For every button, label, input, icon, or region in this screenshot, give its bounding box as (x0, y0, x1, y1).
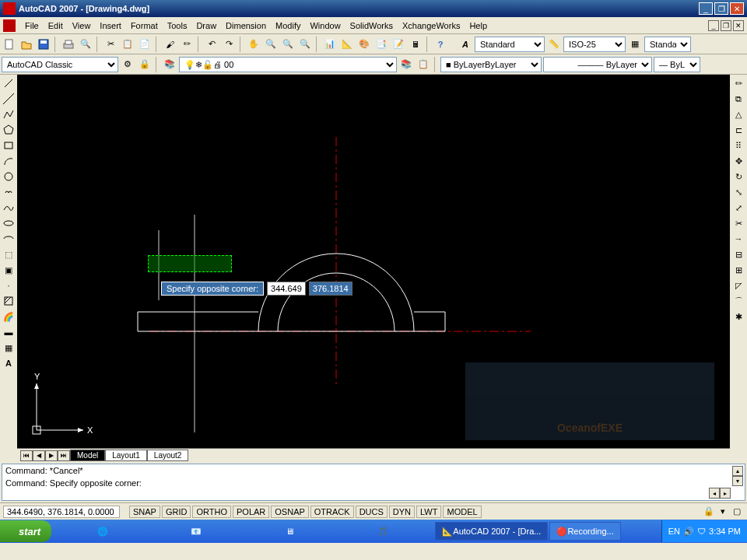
trim-tool[interactable]: ✂ (731, 216, 745, 230)
doc-close-button[interactable]: ✕ (733, 20, 744, 31)
text-style-select[interactable]: Standard (475, 37, 545, 52)
otrack-toggle[interactable]: OTRACK (310, 506, 354, 518)
menu-window[interactable]: Window (305, 19, 345, 32)
quicklaunch-icon-1[interactable]: 🌐 (96, 524, 110, 538)
language-indicator[interactable]: EN (668, 527, 680, 536)
menu-view[interactable]: View (68, 19, 96, 32)
save-button[interactable] (36, 37, 51, 52)
lwt-toggle[interactable]: LWT (416, 506, 441, 518)
undo-button[interactable]: ↶ (204, 37, 219, 52)
quicklaunch-icon-4[interactable]: 🎵 (376, 524, 390, 538)
clean-screen-button[interactable]: ▢ (730, 505, 744, 519)
circle-tool[interactable] (2, 170, 16, 184)
polar-toggle[interactable]: POLAR (233, 506, 269, 518)
fillet-tool[interactable]: ⌒ (731, 294, 745, 308)
doc-minimize-button[interactable]: _ (708, 20, 719, 31)
erase-tool[interactable]: ✏ (731, 76, 745, 90)
cmd-scroll-down[interactable]: ▾ (732, 476, 743, 486)
menu-format[interactable]: Format (126, 19, 163, 32)
move-tool[interactable]: ✥ (731, 154, 745, 168)
help-button[interactable]: ? (433, 37, 448, 52)
polyline-tool[interactable] (2, 107, 16, 121)
quicklaunch-icon-2[interactable]: 📧 (189, 524, 203, 538)
dyn-toggle[interactable]: DYN (389, 506, 415, 518)
design-center-button[interactable]: 📐 (339, 37, 355, 52)
dim-style-select[interactable]: ISO-25 (563, 37, 626, 52)
zoom-realtime-button[interactable]: 🔍 (263, 37, 279, 52)
workspace-settings-button[interactable]: ⚙ (120, 57, 135, 72)
taskbar-item-autocad[interactable]: 📐 AutoCAD 2007 - [Dra... (435, 522, 548, 541)
tab-model[interactable]: Model (70, 450, 105, 461)
cmd-scroll-left[interactable]: ◂ (709, 488, 720, 499)
menu-help[interactable]: Help (465, 19, 492, 32)
ellipse-tool[interactable] (2, 216, 16, 230)
menu-draw[interactable]: Draw (191, 19, 221, 32)
ducs-toggle[interactable]: DUCS (356, 506, 388, 518)
tab-last-button[interactable]: ⏭ (58, 450, 70, 461)
open-button[interactable] (19, 37, 34, 52)
dim-style-icon[interactable]: 📏 (546, 37, 562, 52)
chamfer-tool[interactable]: ◸ (731, 278, 745, 292)
new-button[interactable] (2, 37, 17, 52)
arc-tool[interactable] (2, 154, 16, 168)
cut-button[interactable]: ✂ (103, 37, 118, 52)
menu-edit[interactable]: Edit (44, 19, 68, 32)
redo-button[interactable]: ↷ (221, 37, 237, 52)
revision-cloud-tool[interactable] (2, 185, 16, 199)
tab-prev-button[interactable]: ◀ (33, 450, 45, 461)
clock[interactable]: 3:34 PM (709, 527, 741, 536)
restore-button[interactable]: ❐ (714, 2, 728, 15)
gradient-tool[interactable]: 🌈 (2, 310, 16, 324)
construction-line-tool[interactable] (2, 92, 16, 106)
table-tool[interactable]: ▦ (2, 341, 16, 355)
insert-block-tool[interactable]: ⬚ (2, 247, 16, 261)
zoom-window-button[interactable]: 🔍 (280, 37, 296, 52)
tray-settings-icon[interactable]: ▾ (716, 505, 730, 519)
region-tool[interactable]: ▬ (2, 325, 16, 339)
block-editor-button[interactable]: ✏ (179, 37, 195, 52)
menu-insert[interactable]: Insert (95, 19, 126, 32)
ortho-toggle[interactable]: ORTHO (192, 506, 231, 518)
workspace-select[interactable]: AutoCAD Classic (2, 57, 118, 72)
start-button[interactable]: start (0, 520, 51, 542)
tray-lock-icon[interactable]: 🔒 (702, 505, 716, 519)
explode-tool[interactable]: ✱ (731, 310, 745, 324)
hatch-tool[interactable] (2, 294, 16, 308)
osnap-toggle[interactable]: OSNAP (271, 506, 309, 518)
color-select[interactable]: ■ ByLayerByLayer (440, 57, 542, 72)
doc-restore-button[interactable]: ❐ (721, 20, 731, 31)
table-style-icon[interactable]: ▦ (627, 37, 643, 52)
tab-layout2[interactable]: Layout2 (147, 450, 189, 461)
layer-previous-button[interactable]: 📚 (398, 57, 414, 72)
stretch-tool[interactable]: ⤢ (731, 201, 745, 215)
tab-first-button[interactable]: ⏮ (20, 450, 33, 461)
copy-button[interactable]: 📋 (120, 37, 135, 52)
lineweight-select[interactable]: — ByL (654, 57, 700, 72)
layer-manager-button[interactable]: 📚 (162, 57, 177, 72)
linetype-select[interactable]: ——— ByLayer (543, 57, 652, 72)
menu-xchangeworks[interactable]: XchangeWorks (398, 19, 465, 32)
tray-icon-2[interactable]: 🛡 (697, 527, 706, 536)
match-properties-button[interactable]: 🖌 (162, 37, 177, 52)
make-block-tool[interactable]: ▣ (2, 263, 16, 277)
layer-states-button[interactable]: 📋 (416, 57, 431, 72)
lock-ui-button[interactable]: 🔒 (137, 57, 153, 72)
copy-tool[interactable]: ⧉ (731, 92, 745, 106)
mtext-tool[interactable]: A (2, 356, 16, 370)
menu-solidworks[interactable]: SolidWorks (345, 19, 398, 32)
join-tool[interactable]: ⊞ (731, 263, 745, 277)
markup-button[interactable]: 📝 (391, 37, 406, 52)
paste-button[interactable]: 📄 (137, 37, 153, 52)
menu-modify[interactable]: Modify (271, 19, 305, 32)
drawing-canvas[interactable]: Specify opposite corner: 344.649 376.181… (17, 75, 730, 448)
point-tool[interactable]: · (2, 278, 16, 292)
model-toggle[interactable]: MODEL (443, 506, 481, 518)
array-tool[interactable]: ⠿ (731, 138, 745, 152)
spline-tool[interactable] (2, 201, 16, 215)
extend-tool[interactable]: → (731, 232, 745, 246)
properties-button[interactable]: 📊 (322, 37, 338, 52)
plot-button[interactable] (61, 37, 76, 52)
calc-button[interactable]: 🖩 (408, 37, 423, 52)
cmd-scroll-right[interactable]: ▸ (720, 488, 731, 499)
taskbar-item-recording[interactable]: 🔴 Recording... (549, 522, 620, 541)
